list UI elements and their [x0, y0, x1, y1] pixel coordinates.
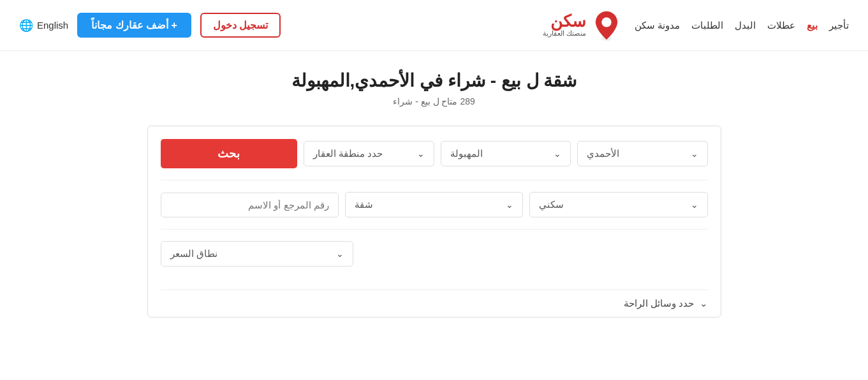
chevron-down-icon: ⌄	[336, 249, 344, 259]
add-property-button[interactable]: + أضف عقارك مجاناً	[77, 13, 191, 38]
nav-vacation[interactable]: عطلات	[767, 20, 795, 31]
language-button[interactable]: English 🌐	[19, 18, 68, 33]
property-type-value: شقة	[355, 199, 373, 210]
logo-subtitle: منصتك العقارية	[543, 29, 586, 38]
reference-input[interactable]	[161, 193, 339, 217]
dropdown-area[interactable]: ⌄ الأحمدي	[577, 141, 708, 166]
chevron-down-icon: ⌄	[691, 149, 698, 159]
logo-name: سكن	[550, 13, 586, 29]
chevron-down-icon: ⌄	[691, 200, 698, 210]
nav-blog[interactable]: مدونة سكن	[635, 20, 680, 31]
logo-icon	[591, 10, 622, 41]
header-left: تسجيل دخول + أضف عقارك مجاناً English 🌐	[19, 13, 281, 38]
city-value: المهبولة	[450, 148, 483, 159]
logo-text: سكن منصتك العقارية	[543, 13, 586, 38]
dropdown-property-type[interactable]: ⌄ شقة	[345, 192, 523, 217]
amenities-label: حدد وسائل الراحة	[624, 298, 694, 309]
main-nav: تأجير بيع عطلات البدل الطلبات مدونة سكن	[635, 20, 849, 31]
chevron-down-icon: ⌄	[506, 200, 513, 210]
dropdown-city[interactable]: ⌄ المهبولة	[441, 141, 571, 166]
dropdown-price[interactable]: ⌄ نطاق السعر	[161, 241, 354, 267]
search-row-3: ⌄ نطاق السعر	[161, 241, 708, 278]
search-row-1: ⌄ الأحمدي ⌄ المهبولة ⌄ حدد منطقة العقار …	[161, 139, 708, 180]
amenities-toggle[interactable]: ⌄ حدد وسائل الراحة	[161, 289, 708, 317]
chevron-down-icon: ⌄	[417, 149, 425, 159]
price-placeholder: نطاق السعر	[170, 248, 217, 259]
logo: سكن منصتك العقارية	[543, 10, 622, 41]
svg-point-1	[601, 17, 611, 27]
page-title: شقة ل بيع - شراء في الأحمدي,المهبولة	[38, 70, 830, 91]
area-value: الأحمدي	[587, 148, 619, 159]
language-label: English	[37, 20, 68, 31]
header: تأجير بيع عطلات البدل الطلبات مدونة سكن …	[0, 0, 868, 51]
region-placeholder: حدد منطقة العقار	[313, 148, 383, 159]
dropdown-region[interactable]: ⌄ حدد منطقة العقار	[304, 141, 434, 166]
nav-buy[interactable]: بيع	[807, 20, 818, 31]
dropdown-type[interactable]: ⌄ سكني	[529, 192, 707, 217]
main-content: شقة ل بيع - شراء في الأحمدي,المهبولة 289…	[0, 51, 868, 330]
nav-requests[interactable]: الطلبات	[691, 20, 723, 31]
nav-exchange[interactable]: البدل	[735, 20, 756, 31]
chevron-down-icon: ⌄	[554, 149, 561, 159]
header-right: تأجير بيع عطلات البدل الطلبات مدونة سكن …	[543, 10, 849, 41]
search-section: ⌄ الأحمدي ⌄ المهبولة ⌄ حدد منطقة العقار …	[147, 126, 721, 318]
globe-icon: 🌐	[19, 18, 33, 33]
search-button[interactable]: بحث	[161, 139, 298, 168]
search-row-2: ⌄ سكني ⌄ شقة	[161, 192, 708, 230]
type-value: سكني	[539, 199, 564, 210]
page-subtitle: 289 متاح ل بيع - شراء	[38, 96, 830, 106]
login-button[interactable]: تسجيل دخول	[200, 13, 281, 38]
nav-tajer[interactable]: تأجير	[829, 20, 849, 31]
chevron-down-icon: ⌄	[700, 298, 708, 309]
